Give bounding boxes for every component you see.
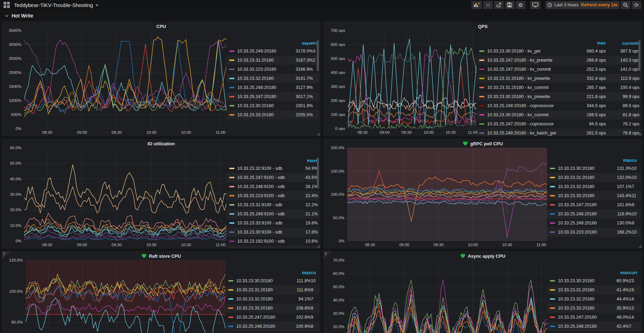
legend-row[interactable]: 10.33.23.30:20180 - kv_commit169.5 ops81…	[476, 110, 641, 119]
legend-row[interactable]: 10.33.25.248:20180100.9%8	[225, 322, 319, 331]
legend-row[interactable]: 10.33.25.247:9100 - sda5.3%	[226, 246, 319, 249]
panel-header-raft[interactable]: Raft store CPU	[2, 251, 321, 259]
row-header-hot-write[interactable]: Hot Write	[0, 10, 644, 21]
legend-sort-max[interactable]: max▾	[295, 158, 318, 163]
plot-area[interactable]	[347, 260, 547, 333]
legend-row[interactable]: 10.33.25.249:20180130.0%9	[547, 218, 641, 228]
legend-sort-max[interactable]: max	[607, 270, 629, 275]
legend-row[interactable]: 10.33.25.247:2018048.0%14.	[547, 313, 641, 322]
legend-row[interactable]: 10.33.25.247:9100 - sdb43.5%	[226, 173, 319, 182]
chart-io[interactable]: 0%10.0%20.0%30.0%40.0%50.0%60.0%08:3009:…	[3, 148, 226, 249]
legend-sort-current[interactable]: cu	[632, 158, 639, 163]
legend-row[interactable]: 10.33.33.223:9100 - sdb22.4%	[226, 191, 319, 200]
legend-row[interactable]: 10.33.25.249:2018096.0%7	[225, 331, 319, 333]
panel-resize-handle[interactable]	[317, 132, 320, 136]
legend-row[interactable]: 10.33.25.249:2018055.1%26.	[547, 331, 641, 333]
legend-row[interactable]: 10.33.23.30:20180 - kv_prewrite221.8 ops…	[476, 92, 641, 101]
series-color-swatch	[229, 195, 234, 196]
panel-header-grpc[interactable]: gRPC poll CPU	[323, 139, 642, 147]
panel-header-qps[interactable]: QPS	[323, 21, 642, 30]
plot-area[interactable]	[348, 30, 476, 129]
add-panel-button[interactable]	[471, 1, 482, 9]
chart-async[interactable]: 0%10.0%20.0%30.0%40.0%50.0%60.0%70.0%08:…	[325, 260, 547, 333]
legend-row[interactable]: 10.33.25.248:20180118.9%10	[547, 209, 641, 218]
legend-sort-max[interactable]: max	[609, 158, 632, 163]
dashboard-title-dropdown[interactable]: Teddybear-TiKV-Trouble-Shooting	[14, 2, 98, 8]
legend-row[interactable]: 10.33.25.247:20180151.6%9	[547, 200, 641, 209]
plot-area[interactable]	[24, 30, 226, 129]
legend-row[interactable]: 10.33.23.32:2018044.4%14.	[547, 294, 641, 304]
legend-row[interactable]: 10.33.25.249:20180 - coprocessor344.5 op…	[476, 101, 641, 110]
panel-header-io[interactable]: IO utilization	[2, 139, 321, 147]
legend-sort-current[interactable]: current▾	[606, 41, 639, 46]
series-color-swatch	[550, 280, 555, 282]
zoom-out-button[interactable]	[621, 1, 630, 9]
time-picker-button[interactable]: Last 3 hours Refresh every 1m	[545, 1, 620, 9]
legend-row[interactable]: 10.33.23.33:201802255.5%	[226, 110, 319, 119]
legend-row[interactable]: 10.33.25.247:20180 - kv_commit252.3 ops1…	[476, 65, 641, 74]
legend-sort-max[interactable]: max	[574, 41, 606, 46]
legend-scrollbar[interactable]	[317, 40, 319, 71]
plot-area[interactable]	[347, 148, 547, 241]
legend-row[interactable]: 10.33.25.247:20180 - coprocessor94.5 ops…	[476, 119, 641, 129]
legend-row[interactable]: 10.33.23.32:2018094.1%7	[225, 294, 319, 304]
legend-row[interactable]: 10.33.23.33:20180108.6%9	[225, 304, 319, 313]
settings-button[interactable]: ⚙	[516, 1, 525, 9]
legend-row[interactable]: 10.33.23.31:20180 - kv_commit285.7 ops10…	[476, 83, 641, 92]
legend-row[interactable]: 10.33.23.33:9100 - sdb19.8%	[226, 218, 319, 228]
panel-resize-handle[interactable]	[638, 245, 642, 248]
panel-resize-handle[interactable]	[638, 132, 642, 136]
plot-area[interactable]	[24, 148, 226, 241]
legend-row[interactable]: 10.33.25.247:20180102.8%9	[225, 313, 319, 322]
save-button[interactable]	[505, 1, 514, 9]
refresh-button[interactable]: ⟳	[632, 1, 641, 9]
legend-row[interactable]: 10.33.25.248:201803127.9%	[226, 83, 319, 92]
chart-qps[interactable]: 0 ops100 ops200 ops300 ops400 ops500 ops…	[325, 30, 476, 136]
chart-cpu[interactable]: 0%500%1000%1500%2000%2500%3000%3500%08:3…	[3, 30, 226, 136]
legend-row[interactable]: 10.33.23.32:20180107.1%7	[547, 182, 641, 191]
legend-sort-current[interactable]: curr	[629, 270, 639, 275]
chart-raft[interactable]: 60.0%80.0%100.0%120.0%08:3009:0009:3010:…	[3, 260, 225, 333]
dashboards-grid-icon[interactable]	[4, 2, 10, 8]
legend-row[interactable]: 10.33.23.33:2018035.9%13.	[547, 304, 641, 313]
legend-row[interactable]: 10.33.23.33:20180143.4%11	[547, 191, 641, 200]
legend-sort-current[interactable]: cu	[311, 270, 318, 275]
legend-scrollbar[interactable]	[638, 40, 640, 71]
legend-sort-max[interactable]: max	[288, 270, 311, 275]
legend-row[interactable]: 10.33.23.30:9100 - sdb17.8%	[226, 228, 319, 237]
legend-row[interactable]: 10.33.23.30:20180131.3%10	[547, 164, 641, 173]
legend-sort-max[interactable]: max▾	[288, 41, 313, 46]
legend-row[interactable]: 10.33.25.247:201803017.1%	[226, 92, 319, 101]
legend-row[interactable]: 10.33.23.31:20180132.0%10	[547, 173, 641, 182]
panel-resize-handle[interactable]	[317, 245, 320, 248]
legend-row[interactable]: 10.33.23.30:20180 - kv_get580.4 ops387.5…	[476, 47, 641, 56]
plot-area[interactable]	[26, 260, 225, 333]
star-button[interactable]: ☆	[483, 1, 493, 9]
legend-row[interactable]: 10.33.23.30:201802301.9%	[226, 101, 319, 110]
chart-grpc[interactable]: 0%50.0%100.0%150.0%200.0%08:3009:0009:30…	[325, 148, 547, 249]
legend-row[interactable]: 10.33.23.31:9100 - sdb22.2%	[226, 200, 319, 209]
legend-row[interactable]: 10.33.23.32:9100 - sdb54.9%	[226, 164, 319, 173]
legend-row[interactable]: 10.33.25.248:9100 - sdb28.1%	[226, 182, 319, 191]
panel-header-cpu[interactable]: CPU	[2, 21, 321, 30]
legend-row[interactable]: 10.33.23.31:2018041.4%19.	[547, 285, 641, 294]
legend-row[interactable]: 10.33.33.223:20180168.2%10	[547, 228, 641, 237]
legend-row[interactable]: 10.33.23.192:9100 - sdb10.6%	[226, 237, 319, 246]
legend-row[interactable]: 10.33.23.31:201803167.3%2	[226, 56, 319, 65]
legend-row[interactable]: 10.33.25.249:20180 - kv_batch_get281.5 o…	[476, 129, 641, 136]
legend-row[interactable]: 10.33.25.248:2018042.4%7.	[547, 322, 641, 331]
legend-row[interactable]: 10.33.23.30:20180111.8%10	[225, 276, 319, 285]
legend-row[interactable]: 10.33.23.31:20180111.6%9	[225, 285, 319, 294]
legend-row[interactable]: 10.33.25.247:20180 - kv_prewrite266.8 op…	[476, 56, 641, 65]
legend-row[interactable]: 10.33.23.32:201803141.7%	[226, 74, 319, 83]
legend-row[interactable]: 10.33.33.223:201803166.9%	[226, 65, 319, 74]
legend-row[interactable]: 10.33.25.249:201803178.0%3	[226, 47, 319, 56]
panel-header-async[interactable]: Async apply CPU	[323, 251, 642, 259]
tv-mode-button[interactable]	[530, 1, 540, 9]
share-button[interactable]	[494, 1, 504, 9]
legend-row[interactable]: 10.33.25.249:9100 - sdb21.1%	[226, 209, 319, 218]
legend-scrollbar[interactable]	[317, 158, 319, 188]
legend-row[interactable]: 10.33.23.30:2018060.9%23.	[547, 276, 641, 285]
legend-row[interactable]: 10.33.23.31:20180 - kv_prewrite332.4 ops…	[476, 74, 641, 83]
legend-value-current: 7	[632, 184, 639, 189]
